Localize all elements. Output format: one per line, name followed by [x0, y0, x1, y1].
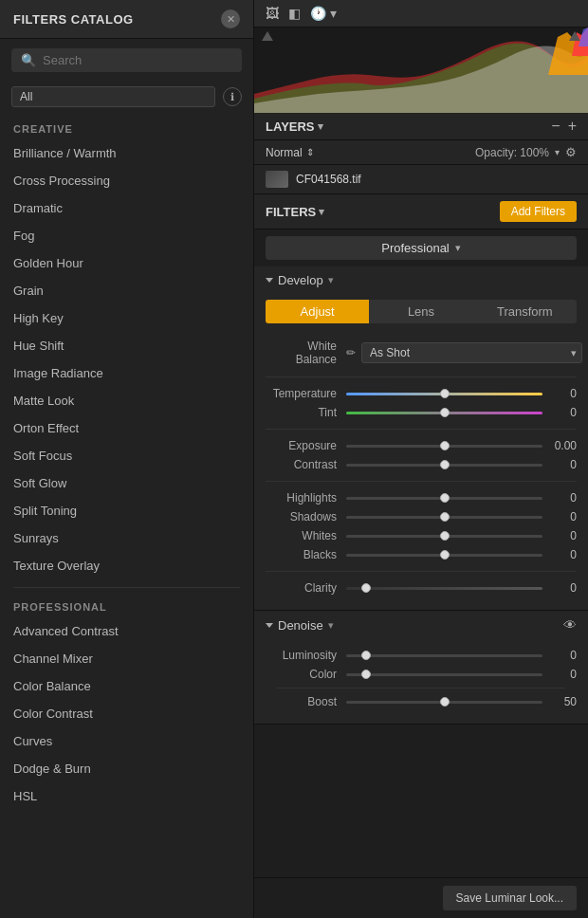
tab-transform[interactable]: Transform: [473, 300, 577, 323]
filter-item-softfocus[interactable]: Soft Focus: [0, 442, 253, 469]
filter-item-brilliance[interactable]: Brilliance / Warmth: [0, 139, 253, 167]
filter-item-hsl[interactable]: HSL: [0, 782, 253, 810]
denoise-section-header[interactable]: Denoise ▾ 👁: [254, 611, 588, 639]
exposure-thumb[interactable]: [440, 441, 450, 450]
denoise-chevron-icon: ▾: [328, 619, 334, 632]
highlights-thumb[interactable]: [440, 493, 450, 503]
blacks-track[interactable]: [346, 554, 542, 557]
boost-track[interactable]: [346, 701, 542, 704]
filter-item-colorcontrast[interactable]: Color Contrast: [0, 700, 253, 727]
histogram-chart: [254, 28, 588, 113]
history-icon[interactable]: 🕐 ▾: [310, 6, 337, 21]
save-luminar-look-button[interactable]: Save Luminar Look...: [443, 886, 577, 910]
wb-select[interactable]: As Shot: [361, 342, 582, 363]
filters-title: FILTERS ▾: [266, 205, 324, 219]
clarity-thumb[interactable]: [361, 583, 371, 593]
exposure-track[interactable]: [346, 445, 542, 448]
opacity-label: Opacity: 100%: [475, 146, 549, 159]
temperature-thumb[interactable]: [440, 389, 450, 398]
shadows-value: 0: [542, 510, 577, 523]
contrast-thumb[interactable]: [440, 460, 450, 469]
blacks-label: Blacks: [266, 548, 346, 561]
filter-item-golden[interactable]: Golden Hour: [0, 249, 253, 277]
add-filters-button[interactable]: Add Filters: [500, 201, 577, 222]
blacks-thumb[interactable]: [440, 550, 450, 560]
filter-item-orton[interactable]: Orton Effect: [0, 414, 253, 442]
white-balance-row: White Balance ✏ As Shot ▾: [266, 336, 577, 370]
category-filter-select[interactable]: All: [11, 86, 215, 107]
file-thumbnail: [266, 171, 288, 188]
clarity-track[interactable]: [346, 587, 542, 590]
tab-adjust[interactable]: Adjust: [266, 300, 369, 323]
histogram-clip-left-icon: [262, 31, 273, 41]
denoise-sliders: Luminosity 0 Color: [254, 639, 588, 724]
temperature-value: 0: [542, 387, 577, 400]
file-name: CF041568.tif: [296, 173, 361, 186]
filter-item-dramatic[interactable]: Dramatic: [0, 194, 253, 222]
filter-item-mattelook[interactable]: Matte Look: [0, 387, 253, 414]
layer-gear-button[interactable]: ⚙: [565, 145, 577, 159]
search-input[interactable]: [43, 53, 232, 67]
layers-controls: − +: [551, 119, 577, 134]
filter-item-sunrays[interactable]: Sunrays: [0, 524, 253, 552]
preset-pill[interactable]: Professional ▾: [266, 236, 577, 260]
close-catalog-button[interactable]: ✕: [221, 9, 240, 28]
save-row: Save Luminar Look...: [254, 877, 588, 918]
white-balance-group: White Balance ✏ As Shot ▾: [254, 333, 588, 373]
filter-item-softglow[interactable]: Soft Glow: [0, 469, 253, 497]
filter-item-hueshift[interactable]: Hue Shift: [0, 332, 253, 359]
whites-thumb[interactable]: [440, 531, 450, 541]
denoise-visibility-button[interactable]: 👁: [563, 617, 577, 633]
filter-item-colorbalance[interactable]: Color Balance: [0, 672, 253, 700]
luminosity-track[interactable]: [346, 654, 542, 657]
divider-exp: [266, 481, 577, 482]
filter-row: All ℹ: [0, 82, 253, 112]
luminosity-value: 0: [542, 649, 577, 662]
filter-item-channelmixer[interactable]: Channel Mixer: [0, 645, 253, 672]
histogram-clip-right-icon: [569, 31, 580, 41]
contrast-track[interactable]: [346, 464, 542, 467]
add-layer-button[interactable]: +: [568, 119, 577, 134]
preset-chevron-icon: ▾: [455, 242, 461, 254]
develop-section-header[interactable]: Develop ▾: [254, 266, 588, 294]
luminosity-thumb[interactable]: [361, 651, 371, 660]
remove-layer-button[interactable]: −: [551, 119, 560, 134]
blend-mode-row: Normal ⇕ Opacity: 100% ▾ ⚙: [254, 140, 588, 165]
tint-track[interactable]: [346, 412, 542, 414]
filter-item-highkey[interactable]: High Key: [0, 304, 253, 332]
filter-item-dodgeburn[interactable]: Dodge & Burn: [0, 755, 253, 782]
filter-item-fog[interactable]: Fog: [0, 222, 253, 249]
creative-category-label: CREATIVE: [0, 112, 253, 139]
contrast-track-wrap: [346, 464, 542, 467]
opacity-chevron-icon: ▾: [555, 147, 560, 157]
whites-track[interactable]: [346, 535, 542, 538]
color-noise-track[interactable]: [346, 673, 542, 676]
image-icon[interactable]: 🖼: [266, 6, 279, 21]
filter-item-cross[interactable]: Cross Processing: [0, 167, 253, 194]
boost-thumb[interactable]: [440, 697, 450, 707]
histogram-area: [254, 28, 588, 113]
highlights-track[interactable]: [346, 497, 542, 500]
color-noise-thumb[interactable]: [361, 670, 371, 679]
blend-mode-select[interactable]: Normal ⇕: [266, 146, 314, 159]
shadows-thumb[interactable]: [440, 512, 450, 522]
temperature-track[interactable]: [346, 393, 542, 395]
tint-row: Tint 0: [266, 403, 577, 422]
search-icon: 🔍: [21, 53, 36, 67]
whites-label: Whites: [266, 529, 346, 542]
filter-item-advancedcontrast[interactable]: Advanced Contrast: [0, 617, 253, 645]
tab-lens[interactable]: Lens: [369, 300, 472, 323]
filter-item-grain[interactable]: Grain: [0, 277, 253, 304]
contrast-row: Contrast 0: [266, 455, 577, 474]
filter-item-texture[interactable]: Texture Overlay: [0, 552, 253, 579]
layers-icon[interactable]: ◧: [288, 6, 301, 21]
wb-eyedropper-button[interactable]: ✏: [346, 346, 356, 359]
filter-item-splittoning[interactable]: Split Toning: [0, 497, 253, 524]
clarity-track-wrap: [346, 587, 542, 590]
shadows-track[interactable]: [346, 516, 542, 519]
tint-thumb[interactable]: [440, 408, 450, 417]
filter-item-curves[interactable]: Curves: [0, 727, 253, 755]
filter-item-imageradiance[interactable]: Image Radiance: [0, 359, 253, 387]
temperature-label: Temperature: [266, 387, 346, 400]
info-button[interactable]: ℹ: [223, 87, 242, 106]
